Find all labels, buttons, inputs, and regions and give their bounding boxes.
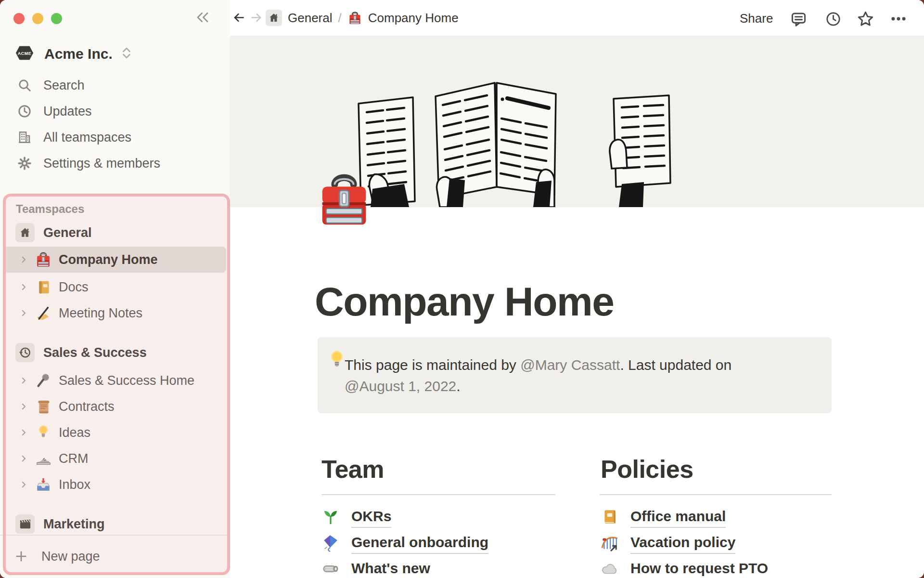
page-link-office-manual[interactable]: Office manual xyxy=(601,507,726,529)
sidebar-item-updates[interactable]: Updates xyxy=(0,101,247,122)
toolbox-emoji xyxy=(35,251,52,268)
policies-heading[interactable]: Policies xyxy=(601,455,693,484)
chevron-right-icon[interactable] xyxy=(18,425,29,440)
forward-icon[interactable] xyxy=(250,11,263,26)
acme-logo: ACME xyxy=(15,45,34,63)
favorite-star-icon[interactable] xyxy=(856,10,874,28)
callout-block[interactable]: This page is maintained by @Mary Cassatt… xyxy=(318,337,832,413)
kite-emoji xyxy=(321,534,340,554)
microphone-emoji xyxy=(35,372,52,389)
new-page-button[interactable]: New page xyxy=(0,546,244,567)
page-link-vacation-policy[interactable]: Vacation policy xyxy=(601,533,735,555)
notion-window: ACME Acme Inc. Search Updates All teamsp… xyxy=(0,0,924,578)
rolled-newspaper-emoji xyxy=(321,560,340,578)
sidebar-item-settings[interactable]: Settings & members xyxy=(0,153,247,174)
sidebar-teamspace-general[interactable]: General xyxy=(0,222,245,243)
page-label: Docs xyxy=(59,280,89,295)
teamspaces-section-label: Teamspaces xyxy=(16,202,84,216)
page-link-label[interactable]: Vacation policy xyxy=(630,534,735,554)
page-link-label[interactable]: Office manual xyxy=(630,508,726,528)
callout-line-2: @August 1, 2022. xyxy=(345,376,807,397)
workspace-switcher[interactable]: ACME Acme Inc. xyxy=(0,43,245,65)
page-link-okrs[interactable]: OKRs xyxy=(321,507,391,529)
bulb-emoji xyxy=(35,424,52,441)
page-title[interactable]: Company Home xyxy=(315,278,614,325)
sidebar-page-contracts[interactable]: Contracts xyxy=(0,396,248,417)
page-link-how-to-request-pto[interactable]: How to request PTO xyxy=(601,559,768,578)
sidebar-item-label: All teamspaces xyxy=(43,130,131,145)
sidebar-divider xyxy=(0,535,230,536)
building-icon xyxy=(17,130,32,145)
date-mention[interactable]: @August 1, 2022 xyxy=(345,378,456,394)
sidebar-page-docs[interactable]: Docs xyxy=(0,276,248,298)
breadcrumb-item-general[interactable] xyxy=(266,10,282,26)
writing-hand-emoji xyxy=(35,304,52,322)
cloud-emoji xyxy=(601,560,619,578)
page-link-label[interactable]: General onboarding xyxy=(351,534,488,554)
roller-coaster-link-emoji xyxy=(601,534,619,554)
page-link-general-onboarding[interactable]: General onboarding xyxy=(321,533,488,555)
plus-icon xyxy=(13,549,29,564)
sidebar-page-company-home[interactable]: Company Home xyxy=(0,249,248,270)
callout-segment: . Last updated on xyxy=(620,357,732,373)
breadcrumb: General / Company Home xyxy=(266,10,459,26)
breadcrumb-label[interactable]: Company Home xyxy=(368,11,459,26)
sidebar-teamspace-marketing[interactable]: Marketing xyxy=(0,513,245,535)
sidebar-item-search[interactable]: Search xyxy=(0,75,247,96)
close-window-button[interactable] xyxy=(13,13,25,24)
page-icon-toolbox[interactable] xyxy=(314,170,374,232)
callout-segment: This page is maintained by xyxy=(345,357,520,373)
sidebar-item-label: Search xyxy=(43,78,85,93)
sneaker-emoji xyxy=(35,450,52,467)
chevron-right-icon[interactable] xyxy=(18,252,29,267)
sidebar-page-crm[interactable]: CRM xyxy=(0,448,248,469)
zoom-window-button[interactable] xyxy=(51,13,62,24)
chevron-right-icon[interactable] xyxy=(18,280,29,294)
collapse-sidebar-icon[interactable] xyxy=(195,10,210,27)
minimize-window-button[interactable] xyxy=(32,13,43,24)
callout-segment: . xyxy=(456,378,460,394)
page-link-whats-new[interactable]: What's new xyxy=(321,559,430,578)
back-icon[interactable] xyxy=(232,11,245,26)
breadcrumb-separator: / xyxy=(338,11,342,26)
callout-line-1: This page is maintained by @Mary Cassatt… xyxy=(345,355,807,376)
page-link-label[interactable]: What's new xyxy=(351,560,430,578)
chevron-right-icon[interactable] xyxy=(18,306,29,320)
workspace-name: Acme Inc. xyxy=(44,46,113,62)
more-options-icon[interactable] xyxy=(889,10,908,28)
chevron-right-icon[interactable] xyxy=(18,399,29,414)
breadcrumb-label[interactable]: General xyxy=(288,11,333,26)
comments-icon[interactable] xyxy=(789,10,808,28)
toolbox-emoji xyxy=(347,11,362,26)
heading-divider xyxy=(321,494,555,495)
sidebar-teamspace-sales-success[interactable]: Sales & Success xyxy=(0,342,245,363)
chevron-right-icon[interactable] xyxy=(18,451,29,466)
sidebar-page-inbox[interactable]: Inbox xyxy=(0,474,248,495)
heading-divider xyxy=(600,494,832,495)
sidebar-item-all-teamspaces[interactable]: All teamspaces xyxy=(0,127,247,148)
sidebar-page-meeting-notes[interactable]: Meeting Notes xyxy=(0,302,248,324)
sidebar-item-label: Updates xyxy=(43,104,92,119)
clapper-board-icon xyxy=(15,514,35,534)
page-label: Meeting Notes xyxy=(59,306,142,321)
teamspace-label: General xyxy=(43,225,92,240)
page-link-label[interactable]: OKRs xyxy=(351,508,391,528)
orange-book-emoji xyxy=(601,508,619,528)
person-mention[interactable]: @Mary Cassatt xyxy=(520,357,620,373)
chevron-right-icon[interactable] xyxy=(18,477,29,492)
teamspace-label: Marketing xyxy=(43,517,105,532)
share-button[interactable]: Share xyxy=(740,11,773,26)
teamspace-label: Sales & Success xyxy=(43,345,147,360)
search-icon xyxy=(17,78,32,93)
page-link-label[interactable]: How to request PTO xyxy=(630,560,768,578)
team-heading[interactable]: Team xyxy=(321,455,384,484)
sidebar-page-ideas[interactable]: Ideas xyxy=(0,422,248,443)
clock-icon xyxy=(17,104,32,119)
history-clock-icon xyxy=(15,343,35,362)
page-label: Inbox xyxy=(59,477,90,492)
history-clock-icon[interactable] xyxy=(824,10,842,28)
chevron-right-icon[interactable] xyxy=(18,373,29,388)
sidebar-page-sales-success-home[interactable]: Sales & Success Home xyxy=(0,370,248,391)
page-label: Company Home xyxy=(59,252,158,267)
ledger-emoji xyxy=(35,278,52,296)
